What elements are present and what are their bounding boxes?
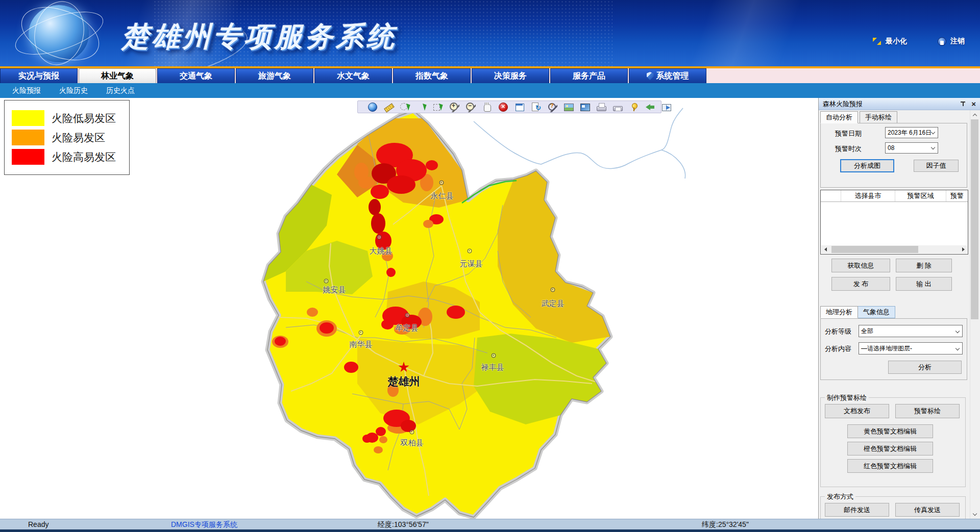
subnav-historical-fire-points[interactable]: 历史火点 [106,86,135,95]
email-send-button[interactable]: 邮件发送 [825,503,889,517]
close-icon[interactable]: × [971,100,976,108]
subnav-fire-risk-forecast[interactable]: 火险预报 [12,86,41,95]
chevron-down-icon [931,145,935,149]
table-col-warning-level: 预警 [946,190,968,201]
tab-service-products[interactable]: 服务产品 [550,68,628,83]
get-info-button[interactable]: 获取信息 [831,259,890,272]
county-label: 武定县 [542,299,565,309]
table-body[interactable] [821,202,968,246]
subnav-fire-risk-history[interactable]: 火险历史 [59,86,88,95]
table-col-blank [821,190,841,201]
warn-time-select[interactable]: 08 [885,142,938,154]
snapshot-icon[interactable] [564,102,574,112]
legend-swatch-medium [12,130,44,145]
extent-icon[interactable] [514,102,525,112]
export-map-icon[interactable] [662,102,672,112]
lock-icon [938,37,946,46]
warn-time-label: 预警时次 [835,144,862,154]
county-seat-icon [439,181,444,185]
tab-realtime-forecast[interactable]: 实况与预报 [0,68,78,83]
plot-group-title: 制作预警标绘 [825,393,869,402]
publish-method-title: 发布方式 [825,492,855,501]
panel-scrollbar[interactable] [970,110,978,519]
tab-traffic-weather[interactable]: 交通气象 [157,68,235,83]
minimize-label: 最小化 [886,37,907,46]
overview-icon[interactable] [580,102,590,112]
stop-icon[interactable] [498,102,508,112]
status-system-name: DMGIS专项服务系统 [171,520,237,529]
chevron-down-icon [955,329,960,333]
measure-icon[interactable] [384,102,394,112]
plot-group: 制作预警标绘 文档发布 预警标绘 黄色预警文档编辑 橙色预警文档编辑 红色预警文… [820,397,966,487]
identify-icon[interactable] [547,102,557,112]
tab-hydrology-weather[interactable]: 水文气象 [314,68,392,83]
zoom-in-icon[interactable] [449,102,459,112]
tab-system-management[interactable]: 系统管理 [629,68,706,83]
chevron-down-icon [955,346,960,350]
back-icon[interactable] [645,102,655,112]
warning-table[interactable]: 选择县市 预警区域 预警 [820,190,968,255]
select-freehand-icon[interactable] [433,102,443,112]
refresh-icon[interactable] [531,102,541,112]
table-hscrollbar[interactable] [821,245,967,254]
panel-title: 森林火险预报 [823,99,960,109]
globe-icon[interactable] [368,102,378,112]
tab-forestry-weather[interactable]: 林业气象 [79,68,156,83]
county-label: 大姚县 [370,246,393,256]
main-nav: 实况与预报 林业气象 交通气象 旅游气象 水文气象 指数气象 决策服务 服务产品… [0,68,980,83]
placemark-icon[interactable] [629,102,639,112]
scroll-up-icon[interactable] [970,110,979,119]
factor-value-button[interactable]: 因子值 [914,160,959,172]
tab-geo-analysis[interactable]: 地理分析 [820,306,858,318]
tab-manual-plot[interactable]: 手动标绘 [860,111,897,123]
tab-decision-service[interactable]: 决策服务 [472,68,549,83]
legend-label-high: 火险高易发区 [52,150,116,164]
minimize-button[interactable]: 最小化 [872,37,907,46]
fax-send-button[interactable]: 传真发送 [895,503,960,517]
analyze-button[interactable]: 分析 [888,361,962,374]
toolbar-icons [368,102,672,112]
doc-publish-button[interactable]: 文档发布 [825,404,889,418]
map-area[interactable]: 永仁县元谋县大姚县姚安县武定县南华县牟定县禄丰县双柏县 楚雄州 火险低易发区 火… [0,98,818,519]
analysis-content-label: 分析内容 [825,344,851,353]
minimize-icon [872,37,881,45]
warn-plot-button[interactable]: 预警标绘 [895,404,960,418]
county-seat-icon [410,430,414,435]
red-warning-doc-button[interactable]: 红色预警文档编辑 [847,459,933,473]
tab-auto-analysis[interactable]: 自动分析 [820,111,858,123]
county-seat-icon [405,313,410,318]
print-setup-icon[interactable] [612,102,623,112]
table-header: 选择县市 预警区域 预警 [821,190,968,202]
zoom-out-icon[interactable] [465,102,476,112]
scroll-down-icon[interactable] [970,510,979,519]
warn-date-select[interactable]: 2023年 6月16日 [885,127,938,138]
orange-warning-doc-button[interactable]: 橙色预警文档编辑 [847,442,933,455]
application-window: 楚雄州专项服务系统 最小化 注销 实况与预报 林业气象 交通气象 旅游气象 水文… [0,0,980,532]
logout-label: 注销 [950,37,965,46]
hscroll-thumb[interactable] [831,246,918,253]
print-icon[interactable] [596,102,606,112]
vscroll-thumb[interactable] [971,119,978,319]
export-button[interactable]: 输 出 [896,277,952,291]
tab-tourism-weather[interactable]: 旅游气象 [236,68,313,83]
publish-button[interactable]: 发 布 [831,277,890,291]
logout-button[interactable]: 注销 [938,37,965,46]
analyze-map-button[interactable]: 分析成图 [840,159,894,172]
tab-weather-info[interactable]: 气象信息 [857,306,895,318]
analysis-level-select[interactable]: 全部 [859,325,963,337]
delete-button[interactable]: 删 除 [896,259,952,272]
pan-icon[interactable] [482,102,492,112]
county-label: 永仁县 [431,191,454,201]
scroll-right-icon[interactable] [959,245,967,254]
select-region-icon[interactable] [400,102,410,112]
table-col-county: 选择县市 [841,190,895,201]
yellow-warning-doc-button[interactable]: 黄色预警文档编辑 [847,424,933,438]
scroll-left-icon[interactable] [821,245,829,254]
pin-icon[interactable] [960,100,966,108]
warn-date-label: 预警日期 [835,129,862,138]
app-title: 楚雄州专项服务系统 [121,18,397,56]
analysis-content-select[interactable]: —请选择地理图层- [859,342,963,354]
analysis-level-label: 分析等级 [825,327,851,336]
select-feature-icon[interactable] [416,102,427,112]
tab-index-weather[interactable]: 指数气象 [393,68,471,83]
